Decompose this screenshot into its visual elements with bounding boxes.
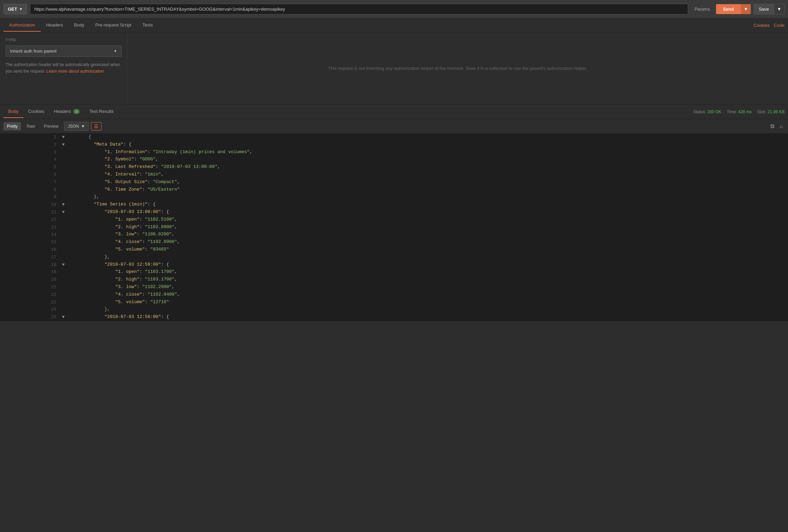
line-arrow-icon xyxy=(60,149,89,156)
line-arrow-icon[interactable]: ▼ xyxy=(60,201,89,209)
code-area[interactable]: 1▼{2▼ "Meta Data": {3 "1. Information": … xyxy=(0,134,788,321)
method-button[interactable]: GET ▼ xyxy=(3,4,27,14)
line-code: { xyxy=(89,134,788,141)
line-code: }, xyxy=(89,306,788,313)
response-status-bar: Status: 200 OK Time: 428 ms Size: 21.98 … xyxy=(693,109,785,114)
table-row: 8 "6. Time Zone": "US/Eastern" xyxy=(0,186,788,194)
table-row: 3 "1. Information": "Intraday (1min) pri… xyxy=(0,149,788,156)
line-code: "4. close": "1102.8400", xyxy=(89,291,788,299)
line-code: "2018-07-03 12:58:00": { xyxy=(89,313,788,321)
line-code: "5. Output Size": "Compact", xyxy=(89,179,788,186)
auth-type-select[interactable]: Inherit auth from parent ▼ xyxy=(6,45,122,57)
line-code: "5. volume": "83465" xyxy=(89,246,788,254)
table-row: 9 }, xyxy=(0,193,788,201)
line-code: }, xyxy=(89,254,788,261)
auth-section: TYPE Inherit auth from parent ▼ The auth… xyxy=(0,32,788,105)
line-arrow-icon xyxy=(60,156,89,163)
send-group: Send ▼ xyxy=(716,4,751,14)
table-row: 15 "4. close": "1102.8900", xyxy=(0,238,788,246)
line-number: 15 xyxy=(0,238,60,246)
format-value: JSON xyxy=(68,124,79,129)
line-arrow-icon xyxy=(60,231,89,238)
table-row: 5 "3. Last Refreshed": "2018-07-03 13:00… xyxy=(0,163,788,171)
auth-description: The authorization header will be automat… xyxy=(6,62,122,75)
table-row: 13 "2. high": "1102.8900", xyxy=(0,224,788,231)
line-code: "2018-07-03 13:00:00": { xyxy=(89,209,788,216)
table-row: 24 }, xyxy=(0,306,788,313)
code-link[interactable]: Code xyxy=(774,23,785,28)
line-code: "Time Series (1min)": { xyxy=(89,201,788,209)
format-chevron-icon: ▼ xyxy=(81,124,85,129)
save-dropdown-button[interactable]: ▼ xyxy=(774,4,785,14)
line-arrow-icon xyxy=(60,238,89,246)
table-row: 14 "3. low": "1100.0200", xyxy=(0,231,788,238)
auth-learn-more-link[interactable]: Learn more about authorization xyxy=(46,69,104,74)
line-number: 21 xyxy=(0,284,60,291)
copy-icon[interactable]: ⧉ xyxy=(769,122,776,131)
auth-helper-text: This request is not inheriting any autho… xyxy=(328,66,587,71)
line-number: 20 xyxy=(0,276,60,284)
cookies-link[interactable]: Cookies xyxy=(754,23,770,28)
auth-type-value: Inherit auth from parent xyxy=(10,49,56,54)
table-row: 10▼ "Time Series (1min)": { xyxy=(0,201,788,209)
line-arrow-icon[interactable]: ▼ xyxy=(60,141,89,149)
line-arrow-icon[interactable]: ▼ xyxy=(60,261,89,269)
status-label: Status: 200 OK xyxy=(693,109,721,114)
format-select[interactable]: JSON ▼ xyxy=(64,122,89,131)
line-arrow-icon xyxy=(60,224,89,231)
tab-authorization[interactable]: Authorization xyxy=(3,19,41,32)
line-number: 17 xyxy=(0,254,60,261)
table-row: 19 "1. open": "1103.1700", xyxy=(0,268,788,276)
send-dropdown-button[interactable]: ▼ xyxy=(741,4,751,14)
line-arrow-icon[interactable]: ▼ xyxy=(60,209,89,216)
url-input[interactable] xyxy=(30,4,688,14)
line-arrow-icon xyxy=(60,306,89,313)
line-arrow-icon[interactable]: ▼ xyxy=(60,313,89,321)
line-number: 5 xyxy=(0,163,60,171)
line-number: 4 xyxy=(0,156,60,163)
time-value: 428 ms xyxy=(738,109,751,114)
table-row: 17 }, xyxy=(0,254,788,261)
table-row: 7 "5. Output Size": "Compact", xyxy=(0,179,788,186)
line-arrow-icon xyxy=(60,179,89,186)
resp-tab-body[interactable]: Body xyxy=(3,105,23,118)
table-row: 1▼{ xyxy=(0,134,788,141)
line-code: "3. low": "1100.0200", xyxy=(89,231,788,238)
line-number: 13 xyxy=(0,224,60,231)
resp-tab-cookies[interactable]: Cookies xyxy=(23,105,49,118)
line-code: "3. low": "1102.2800", xyxy=(89,284,788,291)
table-row: 12 "1. open": "1102.5100", xyxy=(0,216,788,224)
line-code: }, xyxy=(89,193,788,201)
table-row: 20 "2. high": "1103.1700", xyxy=(0,276,788,284)
line-code: "6. Time Zone": "US/Eastern" xyxy=(89,186,788,194)
line-number: 1 xyxy=(0,134,60,141)
line-number: 6 xyxy=(0,171,60,179)
resp-tab-headers[interactable]: Headers 9 xyxy=(49,105,85,118)
line-arrow-icon xyxy=(60,291,89,299)
line-code: "1. Information": "Intraday (1min) price… xyxy=(89,149,788,156)
tab-headers[interactable]: Headers xyxy=(41,19,69,32)
line-arrow-icon[interactable]: ▼ xyxy=(60,134,89,141)
tab-tests[interactable]: Tests xyxy=(137,19,158,32)
save-button[interactable]: Save xyxy=(754,4,774,14)
tab-body[interactable]: Body xyxy=(69,19,90,32)
line-number: 24 xyxy=(0,306,60,313)
raw-button[interactable]: Raw xyxy=(23,122,38,130)
size-value: 21.98 KB xyxy=(768,109,785,114)
headers-badge: 9 xyxy=(73,109,80,114)
response-tabs: Body Cookies Headers 9 Test Results Stat… xyxy=(0,105,788,119)
tab-pre-request-script[interactable]: Pre-request Script xyxy=(90,19,137,32)
line-arrow-icon xyxy=(60,268,89,276)
preview-button[interactable]: Preview xyxy=(40,122,62,130)
table-row: 18▼ "2018-07-03 12:59:00": { xyxy=(0,261,788,269)
line-number: 3 xyxy=(0,149,60,156)
resp-tab-test-results[interactable]: Test Results xyxy=(84,105,118,118)
line-number: 18 xyxy=(0,261,60,269)
send-button[interactable]: Send xyxy=(716,4,741,14)
pretty-button[interactable]: Pretty xyxy=(3,122,21,130)
params-button[interactable]: Params xyxy=(691,4,713,14)
table-row: 22 "4. close": "1102.8400", xyxy=(0,291,788,299)
line-arrow-icon xyxy=(60,193,89,201)
wrap-button[interactable]: ☰ xyxy=(91,122,102,130)
search-icon[interactable]: ⌕ xyxy=(778,122,785,131)
